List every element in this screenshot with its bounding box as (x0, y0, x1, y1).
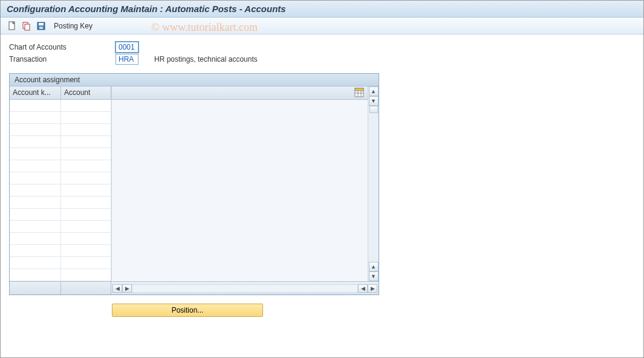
table-row[interactable] (10, 136, 111, 148)
table-row[interactable] (10, 100, 111, 112)
content-area: Chart of Accounts 0001 Transaction HRA H… (1, 34, 643, 323)
svg-rect-7 (355, 88, 363, 91)
new-doc-icon[interactable] (7, 21, 18, 31)
grid-footer: ◀ ▶ ◀ ▶ (10, 281, 379, 295)
col-account[interactable]: Account (61, 86, 111, 99)
table-row[interactable] (10, 112, 111, 124)
transaction-description: HR postings, technical accounts (154, 55, 258, 63)
copy-overlap-icon[interactable] (21, 21, 32, 31)
table-row[interactable] (10, 245, 111, 257)
scroll-thumb[interactable] (369, 106, 378, 113)
scroll-right-icon[interactable]: ▶ (122, 284, 132, 293)
grid-body[interactable] (10, 100, 111, 281)
footer-cell (61, 282, 111, 295)
grid-header: Account k... Account (10, 86, 111, 100)
table-row[interactable] (10, 197, 111, 209)
chart-of-accounts-row: Chart of Accounts 0001 (9, 42, 635, 53)
col-account-key[interactable]: Account k... (10, 86, 61, 99)
position-button[interactable]: Position... (112, 304, 263, 317)
horizontal-scrollbar[interactable]: ◀ ▶ ◀ ▶ (111, 284, 379, 293)
table-row[interactable] (10, 160, 111, 172)
scroll-left-icon[interactable]: ◀ (112, 284, 122, 293)
panel-title: Account assignment (10, 74, 379, 86)
account-assignment-panel: Account assignment Account k... Account (9, 73, 379, 295)
vertical-scrollbar[interactable]: ▲ ▼ ▲ ▼ (368, 86, 379, 281)
scroll-right2-icon[interactable]: ▶ (368, 284, 377, 293)
table-row[interactable] (10, 269, 111, 281)
grid-columns: Account k... Account (10, 86, 111, 281)
scroll-up-icon[interactable]: ▲ (369, 86, 379, 96)
table-row[interactable] (10, 124, 111, 136)
page-title: Configuration Accounting Maintain : Auto… (7, 4, 637, 14)
transaction-row: Transaction HRA HR postings, technical a… (9, 54, 635, 65)
table-row[interactable] (10, 221, 111, 233)
toolbar: Posting Key (1, 18, 643, 34)
transaction-field[interactable]: HRA (115, 54, 138, 65)
scroll-down2-icon[interactable]: ▼ (369, 272, 379, 281)
grid-wrap: Account k... Account (10, 86, 379, 281)
transaction-label: Transaction (9, 55, 112, 63)
scroll-down-icon[interactable]: ▼ (369, 96, 379, 106)
table-row[interactable] (10, 257, 111, 269)
svg-rect-5 (39, 27, 43, 29)
table-row[interactable] (10, 148, 111, 160)
grid-empty-area (111, 86, 368, 281)
hscroll-track[interactable] (132, 284, 358, 293)
table-row[interactable] (10, 172, 111, 184)
coa-label: Chart of Accounts (9, 43, 112, 51)
footer-cell (10, 282, 61, 295)
coa-field[interactable]: 0001 (115, 42, 138, 53)
svg-rect-2 (25, 24, 30, 30)
table-row[interactable] (10, 184, 111, 197)
table-row[interactable] (10, 209, 111, 221)
scroll-up2-icon[interactable]: ▲ (369, 262, 379, 272)
save-disk-icon[interactable] (36, 21, 47, 31)
svg-rect-4 (39, 23, 44, 25)
scroll-left2-icon[interactable]: ◀ (358, 284, 368, 293)
table-config-icon[interactable] (354, 88, 365, 99)
title-bar: Configuration Accounting Maintain : Auto… (1, 1, 643, 18)
table-row[interactable] (10, 233, 111, 245)
posting-key-label[interactable]: Posting Key (54, 22, 93, 30)
